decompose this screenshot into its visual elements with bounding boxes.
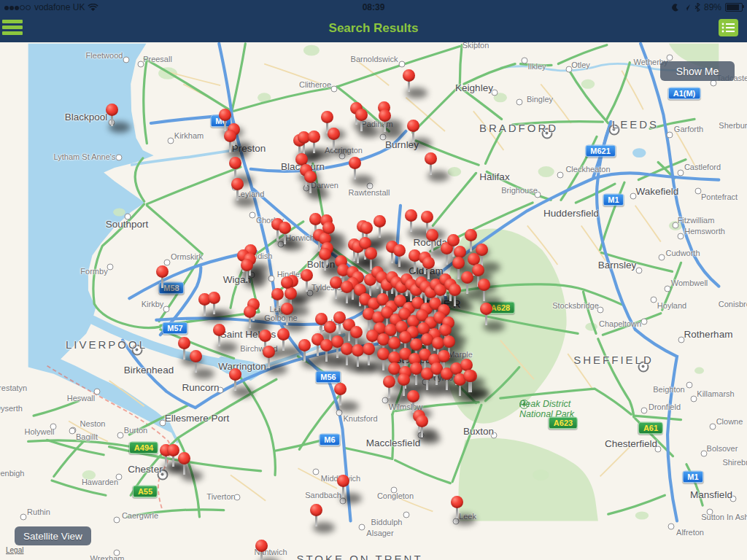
map-pin[interactable] <box>399 331 411 343</box>
map-pin[interactable] <box>320 339 333 351</box>
map-pin[interactable] <box>241 259 253 271</box>
map-pin[interactable] <box>452 257 465 269</box>
map-pin[interactable] <box>403 69 415 82</box>
map-pin[interactable] <box>426 229 438 241</box>
map-pin[interactable] <box>337 475 349 487</box>
satellite-view-button[interactable]: Satellite View <box>15 526 91 545</box>
map-pin[interactable] <box>167 444 179 456</box>
map-pin[interactable] <box>341 343 353 355</box>
map-pin[interactable] <box>355 109 368 121</box>
map-pin[interactable] <box>310 504 322 516</box>
map-pin[interactable] <box>263 346 275 358</box>
map-pin[interactable] <box>461 271 473 284</box>
map-pin[interactable] <box>309 213 322 225</box>
town-dot <box>678 170 684 176</box>
map-pin[interactable] <box>363 343 375 355</box>
map-pin[interactable] <box>208 292 220 304</box>
map-pin[interactable] <box>319 248 331 260</box>
map-pin[interactable] <box>178 452 190 464</box>
map-pin[interactable] <box>298 339 311 351</box>
map-pin[interactable] <box>219 109 231 121</box>
map-pin[interactable] <box>405 209 417 222</box>
map-pin[interactable] <box>281 276 293 289</box>
map-pin[interactable] <box>449 284 461 296</box>
map-pin[interactable] <box>407 390 419 402</box>
map-pin[interactable] <box>231 178 244 190</box>
map-pin[interactable] <box>281 303 293 315</box>
map-pin[interactable] <box>255 540 268 552</box>
map-pin[interactable] <box>377 333 390 346</box>
map-pin[interactable] <box>410 362 422 375</box>
map-pin[interactable] <box>330 276 342 289</box>
map-pin[interactable] <box>277 328 290 341</box>
map-pin[interactable] <box>229 157 241 169</box>
map-pin[interactable] <box>388 351 400 364</box>
map-pin[interactable] <box>295 153 308 166</box>
map-pin[interactable] <box>383 376 395 388</box>
map-pin[interactable] <box>285 287 297 300</box>
map-pin[interactable] <box>374 215 386 228</box>
map-pin[interactable] <box>213 324 225 336</box>
map-pin[interactable] <box>301 269 313 281</box>
map-pin[interactable] <box>360 222 373 234</box>
place-label: Ellesmere Port <box>165 413 230 424</box>
map-pin[interactable] <box>422 257 435 269</box>
show-me-button[interactable]: Show Me <box>660 61 735 81</box>
map-pin[interactable] <box>451 496 463 508</box>
map-pin[interactable] <box>324 321 336 333</box>
map-pin[interactable] <box>224 130 236 142</box>
map-pin[interactable] <box>465 229 477 241</box>
map-pin[interactable] <box>421 211 433 223</box>
list-view-icon[interactable] <box>719 19 738 36</box>
map-pin[interactable] <box>178 337 190 349</box>
map-pin[interactable] <box>308 131 320 143</box>
map-pin[interactable] <box>416 415 428 427</box>
map-pin[interactable] <box>156 265 169 278</box>
map-pin[interactable] <box>366 330 379 342</box>
map-pin[interactable] <box>398 373 410 386</box>
map-pin[interactable] <box>190 350 202 362</box>
map-pin[interactable] <box>425 152 437 165</box>
map-pin[interactable] <box>349 157 361 169</box>
map-pin[interactable] <box>439 324 452 336</box>
status-time: 08:39 <box>0 2 747 12</box>
map-pin[interactable] <box>447 234 460 246</box>
map-pin[interactable] <box>407 120 419 132</box>
map-pin[interactable] <box>443 335 455 348</box>
map-pin[interactable] <box>463 370 476 382</box>
map-canvas[interactable]: LIVERPOOLLEEDSBRADFORDSHEFFIELDMANCHESTE… <box>0 42 747 560</box>
map-pin[interactable] <box>271 288 284 300</box>
map-pin[interactable] <box>379 109 391 122</box>
map-pin[interactable] <box>417 322 430 335</box>
map-pin[interactable] <box>454 246 466 258</box>
map-pin[interactable] <box>244 306 256 318</box>
map-pin[interactable] <box>304 171 317 183</box>
map-pin[interactable] <box>259 330 271 342</box>
map-pin[interactable] <box>476 244 488 256</box>
map-pin[interactable] <box>393 244 406 257</box>
map-pin[interactable] <box>334 383 347 395</box>
map-pin[interactable] <box>432 337 444 349</box>
legal-link[interactable]: Legal <box>6 546 23 554</box>
map-pin[interactable] <box>279 222 291 234</box>
map-pin[interactable] <box>352 344 364 357</box>
map-pin[interactable] <box>365 247 377 260</box>
map-pin[interactable] <box>472 264 484 276</box>
map-pin[interactable] <box>321 111 333 123</box>
map-pin[interactable] <box>377 348 390 360</box>
map-pin[interactable] <box>388 362 400 375</box>
map-pin[interactable] <box>388 337 400 349</box>
map-pin[interactable] <box>322 222 335 234</box>
map-pin[interactable] <box>421 333 433 346</box>
pin-stem <box>388 386 390 398</box>
map-pin[interactable] <box>350 326 363 338</box>
map-pin[interactable] <box>410 338 422 351</box>
map-pin[interactable] <box>460 359 473 371</box>
map-pin[interactable] <box>341 281 353 293</box>
map-pin[interactable] <box>438 350 450 362</box>
map-pin[interactable] <box>480 303 492 315</box>
map-pin[interactable] <box>328 128 340 140</box>
map-pin[interactable] <box>106 104 118 116</box>
map-pin[interactable] <box>478 279 490 291</box>
map-pin[interactable] <box>229 368 241 381</box>
